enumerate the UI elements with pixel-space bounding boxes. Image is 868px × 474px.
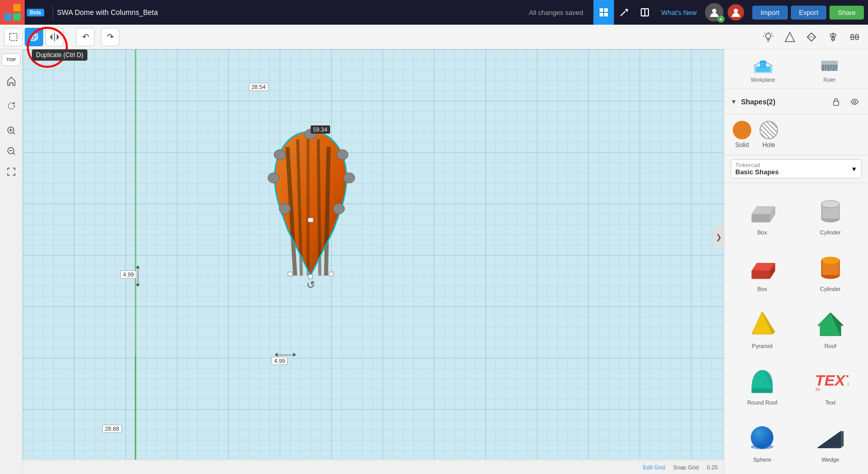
svg-text:TEXT: TEXT: [815, 372, 848, 389]
svg-point-10: [712, 9, 716, 13]
svg-point-96: [751, 444, 773, 449]
shape-thumb-roof-green: [810, 305, 851, 341]
svg-text:3D: 3D: [815, 387, 820, 392]
tools-icon-btn[interactable]: [614, 0, 635, 25]
shape-thumb-round-roof: [742, 361, 783, 397]
svg-rect-4: [600, 8, 603, 12]
shape-item-pyramid-yellow[interactable]: Pyramid: [729, 301, 796, 356]
shape-thumb-sphere: [742, 418, 783, 454]
mirror-button[interactable]: [45, 28, 64, 46]
svg-point-47: [268, 173, 279, 183]
svg-marker-17: [57, 35, 59, 39]
ruler-button[interactable]: Ruler: [815, 53, 844, 85]
arrowhead-right: [293, 353, 296, 357]
dim-label-left: 4.99: [120, 270, 136, 279]
shape-item-roof-green[interactable]: Roof: [797, 301, 864, 356]
shape-item-sphere[interactable]: Sphere: [729, 414, 796, 470]
svg-rect-52: [288, 272, 292, 276]
svg-line-43: [326, 147, 329, 276]
shape-label-text: Text: [825, 399, 836, 406]
category-dropdown-button[interactable]: Tinkercad Basic Shapes ▼: [731, 159, 862, 178]
svg-point-48: [343, 173, 355, 183]
category-name: Basic Shapes: [735, 168, 779, 176]
shapes-header: ▼ Shapes(2): [725, 89, 868, 115]
export-button[interactable]: Export: [791, 6, 827, 20]
right-panel-toggle[interactable]: ❯: [714, 227, 724, 247]
shape-item-cylinder-gray[interactable]: Cylinder: [797, 187, 864, 243]
svg-rect-85: [821, 261, 822, 275]
svg-rect-78: [839, 204, 840, 218]
zoom-minus-button[interactable]: [2, 142, 21, 160]
rotate-view-button[interactable]: [2, 97, 21, 115]
workplane-button[interactable]: Workplane: [749, 53, 777, 85]
solid-circle: [733, 121, 751, 139]
left-panel: TOP: [0, 49, 23, 474]
svg-marker-99: [818, 431, 843, 448]
shape-thumb-pyramid-yellow: [742, 305, 783, 341]
tinkercad-logo: [0, 0, 25, 25]
shape-item-box-gray[interactable]: Box: [729, 187, 796, 243]
share-button[interactable]: Share: [829, 6, 864, 20]
snap-grid-label: Snap Grid: [673, 464, 699, 470]
dim-label-width: 59.34: [311, 125, 330, 134]
user-profile-button[interactable]: +: [705, 3, 724, 22]
snap-value: 0.25: [707, 464, 718, 470]
shape-label-roof-green: Roof: [824, 343, 836, 349]
select-box-button[interactable]: [4, 28, 23, 46]
shape-item-wedge[interactable]: Wedge: [797, 414, 864, 470]
svg-point-50: [333, 204, 345, 214]
edit-grid-label[interactable]: Edit Grid: [643, 464, 665, 470]
hole-option[interactable]: Hole: [760, 121, 778, 149]
shape-thumb-text: TEXT 3D: [810, 361, 851, 397]
align-icon-btn[interactable]: [824, 28, 842, 46]
hole-label: Hole: [763, 141, 775, 149]
zoom-plus-button[interactable]: [2, 121, 21, 140]
workplane-ruler-row: Workplane Ruler: [725, 49, 868, 89]
svg-rect-12: [10, 33, 17, 41]
grid-view-icon-btn[interactable]: [593, 0, 614, 25]
svg-point-49: [279, 204, 291, 214]
svg-point-70: [854, 101, 856, 103]
import-button[interactable]: Import: [752, 6, 788, 20]
shape-label-wedge: Wedge: [821, 457, 839, 463]
whats-new-button[interactable]: What's New: [655, 0, 703, 25]
redo-button[interactable]: ↷: [101, 28, 119, 46]
canvas-area[interactable]: 28.54: [23, 49, 724, 474]
green-bar-bottom: [135, 356, 136, 474]
ruler-label: Ruler: [823, 77, 836, 83]
undo-button[interactable]: ↶: [76, 28, 95, 46]
svg-point-45: [274, 150, 285, 160]
divider: [52, 5, 53, 20]
shape-item-cylinder-orange[interactable]: Cylinder: [797, 244, 864, 299]
shape-thumb-wedge: [810, 418, 851, 454]
shape-label-box-red: Box: [757, 286, 767, 292]
visibility-icon-btn[interactable]: [847, 95, 862, 109]
shape-item-round-roof[interactable]: Round Roof: [729, 357, 796, 413]
shape-label-sphere: Sphere: [753, 457, 771, 463]
shape-item-text[interactable]: TEXT 3D Text: [797, 357, 864, 413]
align-icon-btn[interactable]: [635, 0, 655, 25]
shape-icon-btn[interactable]: [781, 28, 799, 46]
solid-option[interactable]: Solid: [733, 121, 751, 149]
mirror-h-icon-btn[interactable]: [802, 28, 821, 46]
shape-label-box-gray: Box: [757, 229, 767, 235]
svg-line-35: [13, 133, 15, 135]
svg-rect-2: [4, 13, 11, 21]
avatar-icon-btn[interactable]: [726, 0, 746, 25]
light-bulb-icon-btn[interactable]: [759, 28, 777, 46]
svg-rect-0: [4, 4, 11, 11]
distribute-icon-btn[interactable]: [845, 28, 864, 46]
lock-icon-btn[interactable]: [829, 95, 843, 109]
svg-point-18: [766, 33, 771, 39]
svg-rect-62: [821, 61, 838, 65]
shapes-title: Shapes(2): [741, 98, 825, 106]
duplicate-tooltip: Duplicate (Ctrl D): [32, 49, 87, 61]
ruler-icon: [817, 56, 842, 76]
home-view-button[interactable]: [2, 72, 21, 90]
save-status: All changes saved: [529, 9, 583, 16]
shape-item-box-red[interactable]: Box: [729, 244, 796, 299]
collapse-arrow[interactable]: ▼: [731, 98, 737, 105]
fit-view-button[interactable]: [2, 162, 21, 181]
category-brand: Tinkercad: [735, 162, 779, 168]
duplicate-button[interactable]: [25, 28, 43, 46]
